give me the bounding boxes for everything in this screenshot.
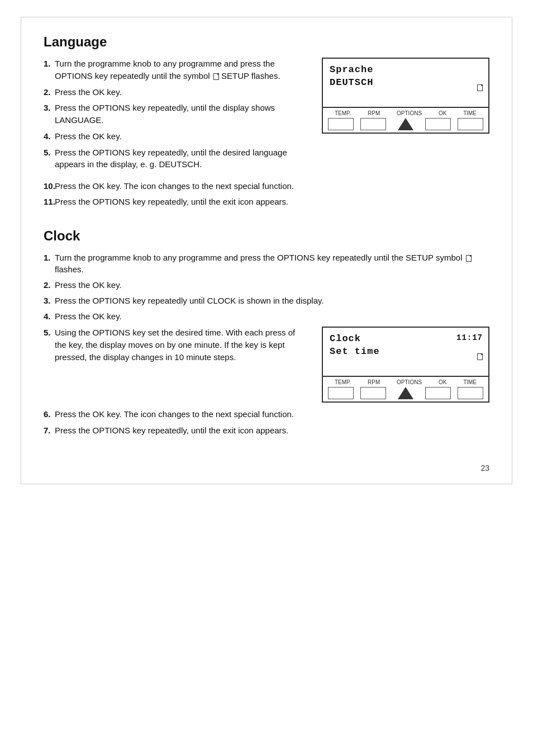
language-keypad-keys xyxy=(326,118,485,130)
clock-steps-left: Using the OPTIONS key set the desired ti… xyxy=(44,327,308,367)
keypad-label-temp-lang: TEMP. xyxy=(335,110,351,116)
clock-step-4-text: Press the OK key. xyxy=(55,311,122,321)
language-lcd-line2: DEUTSCH xyxy=(330,77,482,88)
keypad-label-options-clock: OPTIONS xyxy=(397,379,422,385)
clock-lcd-line2: Set time xyxy=(330,346,482,357)
language-lcd-corner-icon xyxy=(476,83,483,91)
arrow-up-lang xyxy=(398,118,413,130)
language-keypad: TEMP. RPM OPTIONS OK TIME xyxy=(322,108,489,134)
clock-step-4: Press the OK key. xyxy=(44,310,489,323)
key-temp-lang[interactable] xyxy=(328,118,354,130)
language-step-4-text: Press the OK key. xyxy=(55,131,122,141)
clock-lcd-corner-icon xyxy=(476,352,483,360)
setup-icon-display-lang xyxy=(477,84,483,91)
clock-steps-after: Press the OK key. The icon changes to th… xyxy=(44,408,489,437)
language-section: Language Turn the programme knob to any … xyxy=(44,34,489,208)
language-steps-with-diagram: Turn the programme knob to any programme… xyxy=(44,58,489,174)
language-step-7-text: Press the OPTIONS key repeatedly, until … xyxy=(55,197,288,206)
clock-step-5-text: Using the OPTIONS key set the desired ti… xyxy=(55,328,295,362)
key-ok-lang[interactable] xyxy=(425,118,451,130)
clock-title: Clock xyxy=(44,228,489,244)
language-steps-list: Turn the programme knob to any programme… xyxy=(44,58,308,171)
key-time-lang[interactable] xyxy=(458,118,483,130)
language-step-5: Press the OPTIONS key repeatedly, until … xyxy=(44,147,308,171)
key-options-lang[interactable] xyxy=(393,118,418,130)
language-diagram: Sprache DEUTSCH TEMP. RPM OPTIONS OK TIM… xyxy=(322,58,489,134)
language-step-2-text: Press the OK key. xyxy=(55,87,122,97)
clock-step-3: Press the OPTIONS key repeatedly until C… xyxy=(44,295,489,307)
language-step-3-text: Press the OPTIONS key repeatedly, until … xyxy=(55,103,275,125)
clock-lcd-time: 11:17 xyxy=(456,333,483,342)
keypad-label-rpm-lang: RPM xyxy=(368,110,380,116)
keypad-label-ok-lang: OK xyxy=(439,110,446,116)
setup-icon-1 xyxy=(213,73,219,80)
language-step-6-text: Press the OK key. The icon changes to th… xyxy=(55,181,294,191)
language-steps-after: Press the OK key. The icon changes to th… xyxy=(44,180,489,208)
clock-keypad-labels: TEMP. RPM OPTIONS OK TIME xyxy=(326,379,485,385)
page-number: 23 xyxy=(480,464,489,472)
key-options-clock[interactable] xyxy=(393,387,418,399)
clock-steps-with-diagram: Using the OPTIONS key set the desired ti… xyxy=(44,327,489,403)
key-rpm-clock[interactable] xyxy=(360,387,386,399)
keypad-label-rpm-clock: RPM xyxy=(368,379,380,385)
page: Language Turn the programme knob to any … xyxy=(21,17,512,484)
clock-step-6-text: Press the OK key. The icon changes to th… xyxy=(55,409,294,419)
keypad-label-options-lang: OPTIONS xyxy=(397,110,422,116)
clock-step-2: Press the OK key. xyxy=(44,279,489,291)
language-step-7: Press the OPTIONS key repeatedly, until … xyxy=(44,196,489,208)
key-ok-clock[interactable] xyxy=(425,387,451,399)
key-rpm-lang[interactable] xyxy=(360,118,386,130)
language-step-5-text: Press the OPTIONS key repeatedly, until … xyxy=(55,148,287,169)
language-lcd-display: Sprache DEUTSCH xyxy=(322,58,489,108)
language-step-2: Press the OK key. xyxy=(44,86,308,98)
key-temp-clock[interactable] xyxy=(328,387,354,399)
clock-step-2-text: Press the OK key. xyxy=(55,280,122,290)
clock-steps-top: Turn the programme knob to any programme… xyxy=(44,252,489,323)
language-title: Language xyxy=(44,34,489,50)
clock-keypad-keys xyxy=(326,387,485,399)
keypad-label-time-clock: TIME xyxy=(463,379,477,385)
clock-step-7: Press the OPTIONS key repeatedly, until … xyxy=(44,424,489,437)
language-step-3: Press the OPTIONS key repeatedly, until … xyxy=(44,102,308,126)
setup-icon-display-clock xyxy=(477,353,483,360)
key-time-clock[interactable] xyxy=(458,387,483,399)
language-step-4: Press the OK key. xyxy=(44,130,308,143)
clock-step-5: Using the OPTIONS key set the desired ti… xyxy=(44,327,308,363)
language-step-1: Turn the programme knob to any programme… xyxy=(44,58,308,82)
clock-keypad: TEMP. RPM OPTIONS OK TIME xyxy=(322,377,489,403)
language-steps-left: Turn the programme knob to any programme… xyxy=(44,58,308,174)
keypad-label-temp-clock: TEMP. xyxy=(335,379,351,385)
clock-section: Clock Turn the programme knob to any pro… xyxy=(44,228,489,437)
language-step-1-text: Turn the programme knob to any programme… xyxy=(55,59,280,81)
clock-step-1: Turn the programme knob to any programme… xyxy=(44,252,489,276)
clock-lcd-display: 11:17 Clock Set time xyxy=(322,327,489,377)
setup-icon-clock xyxy=(466,255,472,262)
clock-step-5-list: Using the OPTIONS key set the desired ti… xyxy=(44,327,308,363)
clock-step-3-text: Press the OPTIONS key repeatedly until C… xyxy=(55,296,324,305)
clock-step-1-text: Turn the programme knob to any programme… xyxy=(55,253,472,275)
clock-diagram: 11:17 Clock Set time TEMP. RPM OPTIONS O… xyxy=(322,327,489,403)
language-keypad-labels: TEMP. RPM OPTIONS OK TIME xyxy=(326,110,485,116)
language-lcd-line1: Sprache xyxy=(330,64,482,75)
clock-step-6: Press the OK key. The icon changes to th… xyxy=(44,408,489,420)
arrow-up-clock xyxy=(398,387,413,399)
keypad-label-ok-clock: OK xyxy=(439,379,446,385)
clock-step-7-text: Press the OPTIONS key repeatedly, until … xyxy=(55,426,288,435)
language-step-6: Press the OK key. The icon changes to th… xyxy=(44,180,489,192)
keypad-label-time-lang: TIME xyxy=(463,110,477,116)
